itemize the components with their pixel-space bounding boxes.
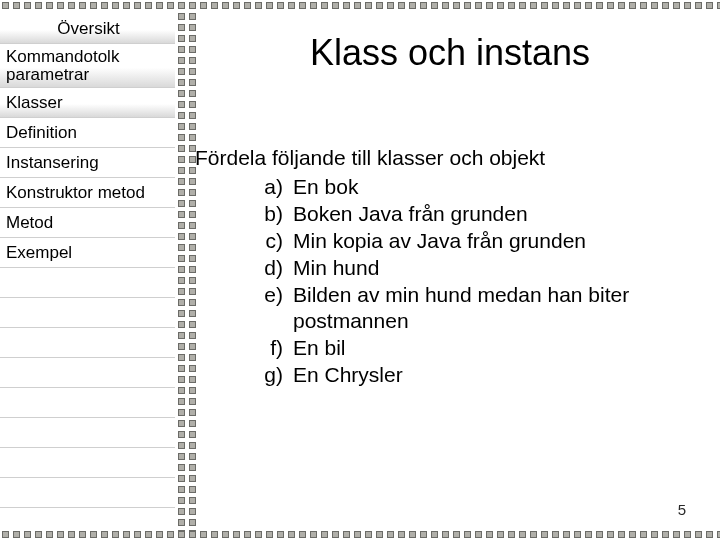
list-text: En bok (293, 174, 705, 201)
sidebar-item-definition[interactable]: Definition (0, 118, 175, 148)
list-item: e)Bilden av min hund medan han biter pos… (255, 282, 705, 336)
list-item: g)En Chrysler (255, 362, 705, 389)
list-label: a) (255, 174, 283, 201)
list-label: b) (255, 201, 283, 228)
list-text: En Chrysler (293, 362, 705, 389)
sidebar-item-empty (0, 448, 175, 478)
sidebar-item-empty (0, 478, 175, 508)
list-label: f) (255, 335, 283, 362)
sidebar-item-exempel[interactable]: Exempel (0, 238, 175, 268)
sidebar-item-empty (0, 388, 175, 418)
list-item: b)Boken Java från grunden (255, 201, 705, 228)
sidebar-item-empty (0, 268, 175, 298)
slide-title: Klass och instans (195, 32, 705, 74)
sidebar-item-instansering[interactable]: Instansering (0, 148, 175, 178)
list-label: g) (255, 362, 283, 389)
sidebar-item-kommandotolk[interactable]: Kommandotolk parametrar (0, 44, 175, 88)
sidebar-item-empty (0, 418, 175, 448)
list-text: En bil (293, 335, 705, 362)
list-text: Bilden av min hund medan han biter postm… (293, 282, 705, 336)
list-item: a)En bok (255, 174, 705, 201)
list-item: f)En bil (255, 335, 705, 362)
list-text: Boken Java från grunden (293, 201, 705, 228)
sidebar-item-empty (0, 358, 175, 388)
prompt-text: Fördela följande till klasser och objekt (195, 146, 705, 170)
sidebar-item-empty (0, 328, 175, 358)
sidebar-item-metod[interactable]: Metod (0, 208, 175, 238)
list-label: d) (255, 255, 283, 282)
sidebar-header: Översikt (0, 14, 175, 44)
main-content: Klass och instans Fördela följande till … (195, 32, 705, 389)
sidebar-item-empty (0, 298, 175, 328)
list-text: Min kopia av Java från grunden (293, 228, 705, 255)
sidebar: Översikt Kommandotolk parametrar Klasser… (0, 14, 175, 508)
sidebar-item-konstruktor[interactable]: Konstruktor metod (0, 178, 175, 208)
list-label: e) (255, 282, 283, 336)
list-label: c) (255, 228, 283, 255)
list-text: Min hund (293, 255, 705, 282)
sidebar-item-klasser[interactable]: Klasser (0, 88, 175, 118)
page-number: 5 (678, 501, 686, 518)
list-item: d)Min hund (255, 255, 705, 282)
slide: Översikt Kommandotolk parametrar Klasser… (0, 0, 720, 540)
list-item: c)Min kopia av Java från grunden (255, 228, 705, 255)
exercise-list: a)En bok b)Boken Java från grunden c)Min… (255, 174, 705, 389)
